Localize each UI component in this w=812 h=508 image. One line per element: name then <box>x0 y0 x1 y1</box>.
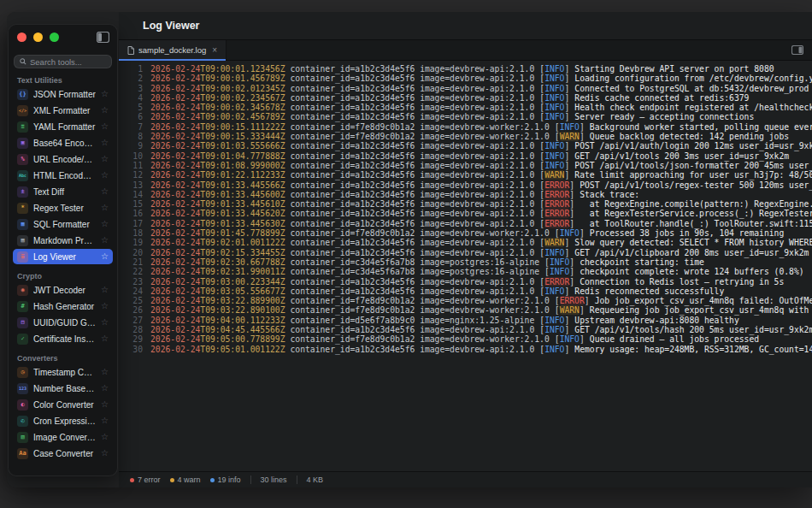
sidebar-item-markdown-preview[interactable]: ▤ Markdown Preview ☆ <box>13 233 113 248</box>
log-date: 2026-02-24 <box>150 209 200 218</box>
favorite-star-icon[interactable]: ☆ <box>101 433 109 441</box>
sidebar-item-cron-expression-hel[interactable]: ◴ Cron Expression Hel... ☆ <box>13 413 113 428</box>
sidebar-item-certificate-inspector[interactable]: ✓ Certificate Inspector ☆ <box>13 331 113 346</box>
log-date: 2026-02-24 <box>150 170 200 180</box>
sidebar-item-uuid-guid-generator[interactable]: ⊟ UUID/GUID Generator ☆ <box>13 315 113 330</box>
log-line[interactable]: 132026-02-24T09:01:33.445566Zcontainer_i… <box>119 180 812 190</box>
favorite-star-icon[interactable]: ☆ <box>101 171 109 180</box>
log-meta: container_id=a1b2c3d4e5f6 image=devbrew-… <box>290 161 534 170</box>
favorite-star-icon[interactable]: ☆ <box>101 236 109 245</box>
log-line[interactable]: 142026-02-24T09:01:33.445600Zcontainer_i… <box>119 190 812 199</box>
log-line[interactable]: 202026-02-24T09:02:15.334455Zcontainer_i… <box>119 248 812 257</box>
sidebar-item-base64-encoder-de[interactable]: ▣ Base64 Encoder/De... ☆ <box>13 135 113 151</box>
log-line[interactable]: 242026-02-24T09:03:05.556677Zcontainer_i… <box>119 286 812 296</box>
log-line[interactable]: 112026-02-24T09:01:08.999000Zcontainer_i… <box>119 161 812 170</box>
log-line[interactable]: 122026-02-24T09:01:22.112233Zcontainer_i… <box>119 170 812 180</box>
log-line[interactable]: 282026-02-24T09:04:45.445566Zcontainer_i… <box>119 325 812 334</box>
sidebar-item-regex-tester[interactable]: * Regex Tester ☆ <box>13 200 113 216</box>
log-meta: container_id=f7e8d9c0b1a2 image=devbrew-… <box>290 132 549 141</box>
log-line[interactable]: 302026-02-24T09:05:01.001122Zcontainer_i… <box>119 345 812 354</box>
tab-close-icon[interactable]: × <box>212 45 217 55</box>
log-line[interactable]: 172026-02-24T09:01:33.445630Zcontainer_i… <box>119 219 812 228</box>
favorite-star-icon[interactable]: ☆ <box>101 220 109 228</box>
favorite-star-icon[interactable]: ☆ <box>101 252 109 261</box>
favorite-star-icon[interactable]: ☆ <box>101 204 109 212</box>
log-line[interactable]: 152026-02-24T09:01:33.445610Zcontainer_i… <box>119 199 812 209</box>
sidebar-item-text-diff[interactable]: ± Text Diff ☆ <box>13 184 113 199</box>
log-line[interactable]: 92026-02-24T09:01:03.555666Zcontainer_id… <box>119 141 812 151</box>
log-line[interactable]: 292026-02-24T09:05:00.778899Zcontainer_i… <box>119 334 812 344</box>
log-line[interactable]: 42026-02-24T09:00:02.234567Zcontainer_id… <box>119 93 812 103</box>
number-base-icon: 123 <box>17 383 28 394</box>
search-input[interactable]: Search tools... <box>14 55 112 68</box>
favorite-star-icon[interactable]: ☆ <box>101 90 109 98</box>
log-time: T09:02:31.990011Z <box>200 267 285 276</box>
favorite-star-icon[interactable]: ☆ <box>101 400 109 409</box>
panel-toggle-icon[interactable] <box>791 45 803 55</box>
log-date: 2026-02-24 <box>150 296 200 305</box>
log-line[interactable]: 72026-02-24T09:00:15.111222Zcontainer_id… <box>119 122 812 132</box>
sidebar-item-image-converter[interactable]: ▧ Image Converter ☆ <box>13 429 113 445</box>
log-line[interactable]: 32026-02-24T09:00:02.012345Zcontainer_id… <box>119 84 812 93</box>
log-meta: container_id=f7e8d9c0b1a2 image=devbrew-… <box>290 228 549 238</box>
favorite-star-icon[interactable]: ☆ <box>101 334 109 343</box>
log-content[interactable]: 12026-02-24T09:00:01.123456Zcontainer_id… <box>119 61 812 471</box>
log-line[interactable]: 12026-02-24T09:00:01.123456Zcontainer_id… <box>119 64 812 74</box>
zoom-window-button[interactable] <box>50 32 59 42</box>
log-line[interactable]: 252026-02-24T09:03:22.889900Zcontainer_i… <box>119 296 812 305</box>
favorite-star-icon[interactable]: ☆ <box>101 286 109 294</box>
favorite-star-icon[interactable]: ☆ <box>101 368 109 376</box>
log-line[interactable]: 162026-02-24T09:01:33.445620Zcontainer_i… <box>119 209 812 218</box>
sidebar-item-json-formatter[interactable]: {} JSON Formatter ☆ <box>13 86 113 102</box>
log-line[interactable]: 272026-02-24T09:04:00.112233Zcontainer_i… <box>119 316 812 325</box>
sidebar-toggle-icon[interactable] <box>97 32 109 43</box>
sidebar-item-label: JSON Formatter <box>33 90 96 99</box>
sidebar-item-sql-formatter[interactable]: ▦ SQL Formatter ☆ <box>13 216 113 232</box>
sidebar-item-color-converter[interactable]: ◐ Color Converter ☆ <box>13 397 113 412</box>
minimize-window-button[interactable] <box>33 32 43 42</box>
favorite-star-icon[interactable]: ☆ <box>101 106 109 115</box>
log-line[interactable]: 102026-02-24T09:01:04.777888Zcontainer_i… <box>119 151 812 161</box>
log-line[interactable]: 212026-02-24T09:02:30.667788Zcontainer_i… <box>119 257 812 267</box>
sidebar-item-xml-formatter[interactable]: </> XML Formatter ☆ <box>13 103 113 118</box>
favorite-star-icon[interactable]: ☆ <box>101 155 109 163</box>
favorite-star-icon[interactable]: ☆ <box>101 302 109 310</box>
sidebar-item-label: Cron Expression Hel... <box>33 416 96 426</box>
log-line[interactable]: 222026-02-24T09:02:31.990011Zcontainer_i… <box>119 267 812 276</box>
log-line[interactable]: 52026-02-24T09:00:02.345678Zcontainer_id… <box>119 103 812 112</box>
favorite-star-icon[interactable]: ☆ <box>101 318 109 327</box>
favorite-star-icon[interactable]: ☆ <box>101 384 109 393</box>
sidebar-item-log-viewer[interactable]: ≣ Log Viewer ☆ <box>13 249 113 264</box>
favorite-star-icon[interactable]: ☆ <box>101 449 109 458</box>
favorite-star-icon[interactable]: ☆ <box>101 139 109 147</box>
log-line[interactable]: 82026-02-24T09:00:15.333444Zcontainer_id… <box>119 132 812 141</box>
log-line[interactable]: 62026-02-24T09:00:02.456789Zcontainer_id… <box>119 112 812 121</box>
sidebar-item-case-converter[interactable]: Aa Case Converter ☆ <box>13 446 113 461</box>
log-date: 2026-02-24 <box>150 151 200 161</box>
log-message: Connected to PostgreSQL at db:5432/devbr… <box>574 84 809 93</box>
favorite-star-icon[interactable]: ☆ <box>101 187 109 196</box>
log-message: GET /api/v1/tools 200 3ms user_id=usr_9x… <box>574 151 789 161</box>
log-line[interactable]: 262026-02-24T09:03:22.890100Zcontainer_i… <box>119 305 812 315</box>
close-window-button[interactable] <box>17 32 26 42</box>
log-line[interactable]: 182026-02-24T09:01:45.778899Zcontainer_i… <box>119 228 812 238</box>
log-line[interactable]: 192026-02-24T09:02:01.001122Zcontainer_i… <box>119 238 812 247</box>
log-date: 2026-02-24 <box>150 93 200 103</box>
favorite-star-icon[interactable]: ☆ <box>101 416 109 425</box>
sidebar-item-yaml-formatter[interactable]: ≡ YAML Formatter ☆ <box>13 119 113 134</box>
sidebar-item-jwt-decoder[interactable]: ◉ JWT Decoder ☆ <box>13 282 113 298</box>
sidebar-item-url-encode-decode[interactable]: % URL Encode/Decode ☆ <box>13 151 113 167</box>
favorite-star-icon[interactable]: ☆ <box>101 122 109 131</box>
log-time: T09:00:02.456789Z <box>200 112 285 121</box>
sidebar-item-timestamp-converter[interactable]: ◷ Timestamp Converter ☆ <box>13 364 113 380</box>
log-date: 2026-02-24 <box>150 325 200 334</box>
log-meta: container_id=a1b2c3d4e5f6 image=devbrew-… <box>290 277 534 286</box>
sidebar-item-hash-generator[interactable]: # Hash Generator ☆ <box>13 298 113 314</box>
tab-sample-docker-log[interactable]: sample_docker.log × <box>119 40 227 60</box>
log-line[interactable]: 232026-02-24T09:03:00.223344Zcontainer_i… <box>119 277 812 286</box>
log-meta: container_id=a1b2c3d4e5f6 image=devbrew-… <box>290 84 534 93</box>
log-line[interactable]: 22026-02-24T09:00:01.456789Zcontainer_id… <box>119 74 812 83</box>
sidebar-item-number-base-conve[interactable]: 123 Number Base Conve... ☆ <box>13 381 113 396</box>
sidebar-item-html-encode-deco[interactable]: Abc HTML Encode/Deco... ☆ <box>13 168 113 183</box>
log-level-badge: INFO <box>544 151 564 161</box>
